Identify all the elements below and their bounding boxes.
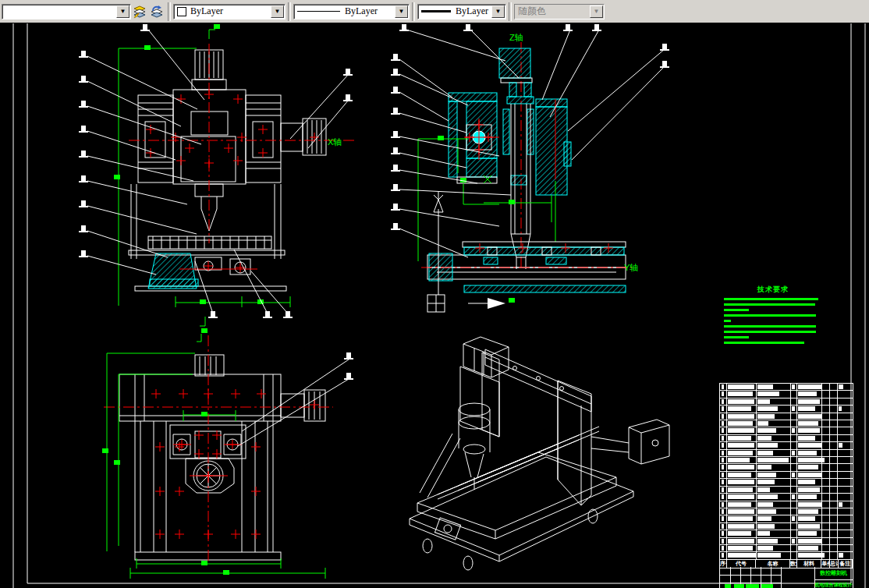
color-combo-value: ByLayer: [190, 5, 223, 17]
hatch-motor-mount: [148, 253, 198, 289]
bom-row: [720, 405, 853, 412]
lineweight-combo-arrow-icon[interactable]: ▼: [491, 5, 505, 18]
view-section-z-axis: Z轴: [391, 24, 669, 312]
section-direction-arrow: [488, 298, 505, 309]
plotstyle-combo-arrow-icon: ▼: [590, 5, 603, 18]
bom-row: [720, 383, 853, 390]
title-block: 数控雕刻机 机电综合课程设计: [719, 567, 853, 588]
properties-toolbar-panel: ByLayer ▼ ByLayer ▼ ByLayer ▼ 随颜色 ▼: [173, 1, 605, 22]
bom-row: [720, 508, 853, 515]
tech-requirement-line: [724, 314, 816, 317]
view-front-lower: [102, 334, 353, 579]
color-swatch: [177, 7, 186, 16]
bom-row: [720, 427, 853, 434]
bom-row: [720, 434, 853, 441]
centerlines-lower: [104, 335, 333, 561]
technical-requirements-bars: [724, 298, 822, 344]
bom-row: [720, 515, 853, 522]
plotstyle-combo: 随颜色 ▼: [514, 4, 605, 19]
bom-row: [720, 463, 853, 470]
toolbar-separator: [509, 2, 512, 21]
lineweight-combo-value: ByLayer: [456, 5, 488, 17]
linetype-sample: [297, 11, 340, 12]
object-properties-toolbar: ▼: [0, 0, 869, 23]
toolbar-separator: [412, 2, 415, 21]
hatched-section: [449, 48, 571, 195]
centerlines: [129, 44, 355, 269]
plotstyle-combo-value: 随颜色: [518, 5, 546, 18]
layers-toolbar-panel: ▼: [0, 1, 165, 22]
tech-requirement-line: [724, 303, 815, 306]
x-axis-label: X轴: [328, 137, 342, 147]
title-block-drawing-title: 机电综合课程设计: [814, 582, 853, 588]
tech-requirement-line: [724, 331, 816, 333]
bom-row: [720, 493, 853, 500]
make-object-layer-current-icon[interactable]: [132, 4, 147, 19]
tech-requirement-line: [724, 298, 818, 300]
bom-row: [720, 420, 853, 427]
bom-row: [720, 486, 853, 493]
layer-combo[interactable]: ▼: [2, 4, 131, 19]
bom-row: [720, 456, 853, 463]
lineweight-combo[interactable]: ByLayer ▼: [417, 4, 506, 19]
toolbar-separator: [168, 2, 171, 21]
tech-requirement-line: [724, 342, 804, 344]
tech-requirement-line: [724, 309, 749, 311]
bom-row: [720, 449, 853, 456]
tech-requirement-line: [724, 320, 731, 322]
lineweight-sample: [421, 10, 451, 12]
bom-row: [720, 390, 853, 397]
title-block-product-name: 数控雕刻机: [814, 569, 853, 577]
tech-requirement-line: [724, 336, 749, 338]
bom-row: [720, 537, 853, 544]
bom-row: [720, 413, 853, 420]
color-combo[interactable]: ByLayer ▼: [173, 4, 286, 19]
bom-table: 序号代号名称数量材料单件总计备注: [719, 383, 853, 567]
technical-requirements-title: 技术要求: [724, 285, 822, 295]
layer-combo-arrow-icon[interactable]: ▼: [116, 5, 129, 18]
layer-previous-icon[interactable]: [149, 4, 165, 19]
z-axis-label: Z轴: [509, 33, 523, 42]
technical-requirements: 技术要求: [724, 285, 822, 344]
bom-row: [720, 471, 853, 478]
y-axis-label: Y轴: [624, 263, 638, 272]
linetype-combo-arrow-icon[interactable]: ▼: [395, 5, 408, 18]
toolbar-separator: [288, 2, 291, 21]
model-space-canvas[interactable]: X轴 Z轴: [0, 23, 869, 588]
leader-lines: [79, 24, 353, 318]
view-front-xz-assembly: X轴: [79, 24, 355, 333]
hole-marks: [146, 90, 319, 272]
bom-rows: [720, 383, 853, 559]
bom-row: [720, 522, 853, 530]
bom-row: [720, 530, 853, 537]
bom-row: [720, 398, 853, 405]
bom-row: [720, 544, 853, 551]
bom-row: [720, 478, 853, 485]
bom-row: [720, 501, 853, 508]
cad-application-window: ▼: [0, 0, 869, 588]
bom-row: [720, 551, 853, 558]
view-section-y-table: Y轴: [421, 242, 638, 292]
color-combo-arrow-icon[interactable]: ▼: [271, 5, 284, 18]
tech-requirement-line: [724, 325, 816, 328]
view-isometric-machine: [410, 337, 669, 570]
linetype-combo-value: ByLayer: [345, 5, 378, 17]
linetype-combo[interactable]: ByLayer ▼: [293, 4, 410, 19]
bom-row: [720, 441, 853, 448]
